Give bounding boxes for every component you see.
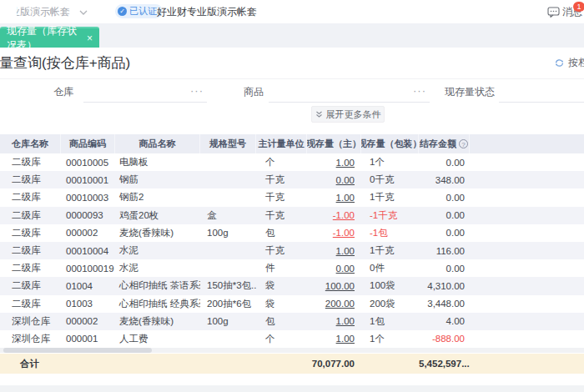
cell-qty[interactable]: 200.00 bbox=[325, 299, 355, 309]
help-icon[interactable]: ? bbox=[459, 139, 468, 148]
cell-warehouse: 二级库 bbox=[12, 210, 41, 220]
cell-spec: 200抽*6包 bbox=[207, 299, 251, 309]
cell-qty[interactable]: 0.00 bbox=[336, 175, 355, 185]
col-warehouse-name: 仓库名称 bbox=[0, 134, 61, 153]
cell-unit: 包 bbox=[265, 316, 275, 326]
cell-name: 电脑板 bbox=[119, 157, 149, 167]
cell-code: 000001 bbox=[66, 334, 98, 344]
cell-unit: 千克 bbox=[265, 192, 284, 202]
cell-spec: 盒 bbox=[207, 210, 217, 220]
expand-row: 展开更多条件 bbox=[0, 106, 584, 124]
cell-spec: 100g bbox=[207, 228, 229, 238]
col-product-name: 商品名称 bbox=[115, 134, 200, 153]
cell-qty[interactable]: 1.00 bbox=[336, 246, 355, 256]
cell-name: 心相印抽纸 茶语系列 ... bbox=[119, 280, 200, 290]
cell-amount: 0.00 bbox=[446, 264, 465, 274]
account-selector[interactable]: 专业版演示帐套 bbox=[17, 0, 83, 23]
cell-unit: 件 bbox=[265, 263, 275, 273]
cell-spec: 150抽*3包... bbox=[207, 280, 256, 290]
total-row: 合计 70,077.00 5,452,597.... bbox=[0, 354, 584, 374]
verified-badge-label: 已认证 bbox=[129, 5, 157, 18]
warehouse-filter-input[interactable] bbox=[83, 83, 207, 103]
product-picker-icon[interactable]: ··· bbox=[413, 79, 426, 103]
cell-pkg: 200袋 bbox=[370, 299, 395, 309]
col-product-code: 商品编码 bbox=[61, 134, 115, 153]
cell-pkg: 1个 bbox=[370, 157, 385, 167]
cell-pkg: 1千克 bbox=[370, 245, 394, 255]
cell-spec: 100g bbox=[207, 316, 229, 326]
view-switch-button[interactable]: 按档 bbox=[554, 48, 584, 78]
cell-warehouse: 二级库 bbox=[12, 263, 41, 273]
expand-more-button[interactable]: 展开更多条件 bbox=[311, 106, 385, 123]
cell-pkg: 0千克 bbox=[370, 174, 394, 184]
warehouse-picker-icon[interactable]: ··· bbox=[190, 79, 204, 103]
cell-pkg: -1包 bbox=[370, 228, 388, 238]
cell-qty[interactable]: -1.00 bbox=[333, 228, 355, 238]
view-switch-label: 按档 bbox=[568, 56, 584, 70]
total-label: 合计 bbox=[0, 358, 61, 370]
cell-warehouse: 二级库 bbox=[12, 299, 41, 309]
cell-unit: 千克 bbox=[265, 210, 284, 220]
tab-current-stock[interactable]: 现存量（库存状况表） × bbox=[0, 27, 99, 48]
app-window: { "colors":{ "tab_green":"#3ec59b","nega… bbox=[0, 0, 584, 392]
table-row: 二级库000100019水泥件0.000件0.00 bbox=[0, 259, 584, 277]
footer-strip bbox=[0, 385, 584, 392]
warehouse-filter-label: 仓库 bbox=[53, 79, 73, 104]
table-row: 二级库01004心相印抽纸 茶语系列 ...150抽*3包...袋100.001… bbox=[0, 277, 584, 294]
expand-more-label: 展开更多条件 bbox=[326, 108, 381, 121]
cell-qty[interactable]: 1.00 bbox=[336, 158, 355, 168]
cell-name: 鸡蛋20枚 bbox=[119, 210, 159, 220]
cell-amount: 3,448.00 bbox=[427, 299, 465, 309]
table-row: 二级库00010001钢筋千克0.000千克348.00 bbox=[0, 171, 584, 188]
cell-warehouse: 二级库 bbox=[12, 228, 41, 238]
filter-bar: 仓库 ··· 商品 ··· 现存量状态 bbox=[0, 79, 584, 106]
col-balance-amount: 结存金额 ? bbox=[419, 134, 470, 153]
titlebar: 现存量查询(按仓库+商品) 按档 bbox=[0, 48, 584, 79]
scrollbar-thumb[interactable] bbox=[3, 348, 152, 353]
cell-name: 钢筋2 bbox=[119, 192, 143, 202]
cell-name: 人工费 bbox=[119, 334, 149, 344]
cell-name: 水泥 bbox=[119, 245, 138, 255]
product-filter-label: 商品 bbox=[244, 79, 264, 104]
horizontal-scrollbar bbox=[0, 348, 584, 353]
cell-warehouse: 二级库 bbox=[12, 174, 41, 184]
cell-amount: 0.00 bbox=[446, 210, 465, 220]
message-icon[interactable] bbox=[547, 7, 560, 18]
chevron-down-icon[interactable] bbox=[79, 10, 88, 15]
cell-amount: -888.00 bbox=[432, 334, 465, 344]
cell-pkg: 100袋 bbox=[370, 280, 395, 290]
cell-qty[interactable]: -1.00 bbox=[333, 210, 355, 220]
cell-warehouse: 二级库 bbox=[12, 192, 41, 202]
cell-qty[interactable]: 100.00 bbox=[325, 281, 355, 291]
cell-name: 麦烧(香辣味) bbox=[119, 228, 174, 238]
cell-pkg: 0件 bbox=[370, 263, 385, 273]
cell-code: 000002 bbox=[66, 316, 98, 326]
col-balance-amount-label: 结存金额 bbox=[420, 138, 456, 150]
stock-status-filter-input[interactable] bbox=[499, 83, 584, 103]
cell-amount: 4,310.00 bbox=[427, 281, 465, 291]
cell-warehouse: 深圳仓库 bbox=[12, 334, 50, 344]
cell-warehouse: 二级库 bbox=[12, 157, 41, 167]
cell-pkg: 1个 bbox=[370, 334, 385, 344]
cell-amount: 4.00 bbox=[446, 316, 465, 326]
cell-qty[interactable]: 0.00 bbox=[336, 264, 355, 274]
cell-qty[interactable]: 1.00 bbox=[336, 316, 355, 326]
cell-warehouse: 深圳仓库 bbox=[12, 316, 50, 326]
table-row: 二级库0000093鸡蛋20枚盒千克-1.00-1千克0.00 bbox=[0, 207, 584, 224]
cell-code: 00010004 bbox=[66, 246, 108, 256]
total-qty-main: 70,077.00 bbox=[307, 359, 361, 369]
cell-warehouse: 二级库 bbox=[12, 245, 41, 255]
cell-unit: 千克 bbox=[265, 245, 284, 255]
cell-name: 心相印抽纸 经典系列 bbox=[119, 299, 200, 309]
cell-code: 000100019 bbox=[66, 264, 114, 274]
cell-qty[interactable]: 1.00 bbox=[336, 334, 355, 344]
table-body: 二级库00010005电脑板个1.001个0.00二级库00010001钢筋千克… bbox=[0, 153, 584, 348]
cell-code: 0000093 bbox=[66, 210, 103, 220]
table-row: 二级库00010004水泥千克1.001千克116.00 bbox=[0, 242, 584, 259]
product-filter-input[interactable] bbox=[269, 83, 430, 103]
cell-unit: 袋 bbox=[265, 280, 275, 290]
cell-qty[interactable]: 1.00 bbox=[336, 193, 355, 203]
cell-name: 水泥 bbox=[119, 263, 138, 273]
double-chevron-down-icon bbox=[315, 111, 323, 118]
close-icon[interactable]: × bbox=[87, 33, 93, 44]
